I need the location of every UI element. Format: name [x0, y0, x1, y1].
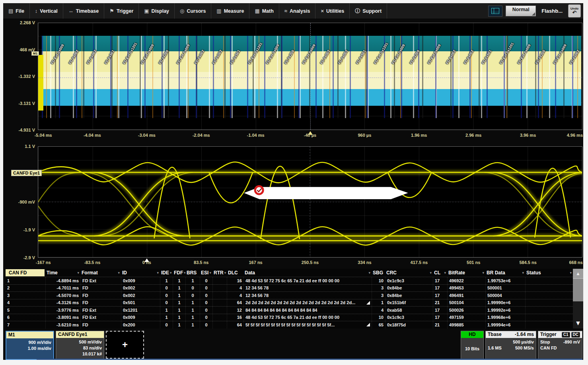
menu-item[interactable]: ▥ Measure — [211, 3, 249, 19]
menu-item[interactable]: ◎ Cursors — [175, 3, 211, 19]
center-vertical-gridline — [310, 23, 311, 130]
menu-item[interactable]: ▦ Math — [249, 3, 279, 19]
column-header-label: FDF — [174, 270, 183, 276]
column-header[interactable]: RTR ▾ — [212, 270, 227, 276]
column-filter-icon[interactable]: ▾ — [570, 271, 572, 275]
cell-time: -3.9776 ms — [45, 307, 80, 314]
y-axis-label: 1.1 V — [25, 144, 35, 149]
table-row[interactable]: 2 -4.7011 ms FD 0x002 0 1 0 0 4 12 34 56… — [6, 284, 573, 292]
column-header[interactable]: CRC ▾ — [385, 270, 433, 276]
menu-item[interactable]: ⚑ Trigger — [104, 3, 139, 19]
column-header[interactable]: Data ▾ — [243, 270, 372, 276]
column-filter-icon[interactable]: ▾ — [430, 271, 432, 275]
x-axis-label: -3.04 ms — [138, 133, 156, 138]
cell-index: 7 — [6, 321, 45, 328]
canfd-eye1-trace-tag[interactable]: CANFD Eye1 — [11, 170, 42, 176]
column-header-label: BRS — [187, 270, 197, 276]
table-row[interactable]: 6 -3.8091 ms FD Ext 0x009 1 1 1 0 16 48 … — [6, 314, 573, 321]
m1-trace-tag[interactable]: M1 — [31, 51, 39, 56]
column-header[interactable]: CL ▾ — [433, 270, 447, 276]
column-header[interactable]: SBG — [372, 270, 385, 276]
cell-fdf: 1 — [173, 285, 185, 292]
waveform-grid[interactable]: FD Ext 0x009FD 0x002FD 0x002FD 0x501FD E… — [38, 23, 582, 130]
table-row[interactable]: 7 -3.6210 ms FD 0x200 0 1 1 0 64 5f 5f 5… — [6, 321, 573, 328]
column-header[interactable]: ESI ▾ — [200, 270, 212, 276]
menu-item[interactable]: ▤ File — [3, 3, 30, 19]
cell-brdata: 500001 — [485, 285, 525, 292]
scroll-up-button[interactable]: ▲ — [573, 269, 583, 278]
column-header[interactable]: ID ▾ — [121, 270, 160, 276]
cell-id: 0x1201 — [121, 307, 160, 314]
grid-mode-button[interactable] — [488, 6, 502, 17]
cell-crc: 0xab58 — [385, 307, 433, 314]
column-header-label: Data — [245, 270, 255, 276]
column-header-label: ID — [122, 270, 127, 276]
flashback-button[interactable]: Flashb... — [539, 8, 565, 14]
m1-descriptor-title: M1 — [6, 332, 53, 338]
menu-right-cluster: Normal Flashb... Undo ↶ — [488, 3, 583, 19]
trigger-box[interactable]: Trigger C1 DC Stop -890 mV CAN FD — [538, 331, 582, 360]
cell-status — [525, 292, 573, 299]
column-filter-icon[interactable]: ▾ — [224, 271, 226, 275]
column-filter-icon[interactable]: ▾ — [209, 271, 211, 275]
m1-descriptor-box[interactable]: M1 900 mV/div 1.00 ms/div — [6, 331, 54, 360]
grid-style-dropdown[interactable]: Normal — [506, 6, 536, 16]
cell-esi: 0 — [200, 292, 212, 299]
hd-mode-box[interactable]: HD 10 Bits — [461, 331, 484, 360]
column-header[interactable]: DLC — [227, 270, 243, 276]
menu-item[interactable]: ≈ Analysis — [279, 3, 316, 19]
cell-brs: 1 — [185, 314, 200, 321]
menu-item[interactable]: ⓘ Support — [350, 3, 387, 19]
eye1-descriptor-box[interactable]: CANFD Eye1 500 mV/div 83 ns/div 10.017 k… — [56, 331, 104, 360]
scrollbar-thumb[interactable] — [573, 278, 583, 301]
column-filter-icon[interactable]: ▾ — [482, 271, 484, 275]
column-header[interactable]: Status ▾ — [525, 270, 573, 276]
column-header[interactable]: FDF ▾ — [173, 270, 185, 276]
menu-item[interactable]: × Utilities — [315, 3, 350, 19]
column-filter-icon[interactable]: ▾ — [118, 271, 120, 275]
column-filter-icon[interactable]: ▾ — [77, 271, 79, 275]
menu-item[interactable]: ↕ Vertical — [30, 3, 63, 19]
cell-ide: 1 — [160, 307, 173, 314]
cell-index: 2 — [6, 285, 45, 292]
column-header[interactable]: IDE ▾ — [160, 270, 173, 276]
column-filter-icon[interactable]: ▾ — [522, 271, 524, 275]
cell-format: FD — [80, 285, 121, 292]
scroll-down-button[interactable]: ▼ — [573, 318, 583, 328]
table-row[interactable]: 3 -4.5070 ms FD 0x002 0 1 0 0 4 12 34 56… — [6, 291, 573, 299]
column-filter-icon[interactable]: ▾ — [170, 271, 172, 275]
table-scrollbar[interactable]: ▲ ▼ — [573, 269, 583, 328]
eye-mask — [244, 187, 408, 199]
add-trace-button[interactable]: + — [106, 331, 144, 359]
scrollbar-track[interactable] — [573, 301, 583, 318]
eye-diagram-grid[interactable] — [38, 146, 582, 258]
table-row[interactable]: 1 -4.8894 ms FD Ext 0x009 1 1 1 0 16 48 … — [6, 277, 573, 284]
menu-item[interactable]: ↔ Timebase — [63, 3, 104, 19]
undo-button[interactable]: Undo ↶ — [568, 4, 581, 17]
cell-id: 0x501 — [121, 299, 160, 307]
cell-data: 5f 5f 5f 5f 5f 5f 5f 5f 5f 5f 5f 5f 5f 5… — [243, 321, 372, 328]
x-axis-label: -40 µs — [304, 133, 316, 138]
cell-bitrate: 499885 — [447, 321, 485, 328]
menu-item-icon: ↔ — [68, 8, 74, 14]
column-filter-icon[interactable]: ▾ — [368, 271, 370, 275]
expand-frame-icon[interactable] — [366, 301, 370, 305]
timebase-delay: -1.64 ms — [515, 331, 534, 338]
timebase-box[interactable]: Tbase -1.64 ms 500 µs/div 1.6 MS 500 MS/… — [485, 331, 536, 360]
cell-ide: 1 — [160, 314, 173, 321]
table-row[interactable]: 5 -3.9776 ms FD Ext 0x1201 1 1 1 0 12 84… — [6, 306, 573, 314]
can-fd-tab[interactable]: CAN FD — [6, 269, 45, 276]
column-header[interactable]: BitRate ▾ — [447, 270, 485, 276]
column-header[interactable]: BR Data ▾ — [485, 270, 525, 276]
column-header[interactable]: Time ▾ — [45, 270, 80, 276]
menu-item-label: Support — [362, 8, 382, 14]
column-header[interactable]: BRS — [185, 270, 200, 276]
cell-index: 1 — [6, 277, 45, 284]
column-header[interactable]: Format ▾ — [80, 270, 121, 276]
eye1-sweep-count: 10.017 k# — [58, 351, 102, 357]
column-filter-icon[interactable]: ▾ — [157, 271, 159, 275]
column-filter-icon[interactable]: ▾ — [444, 271, 446, 275]
table-row[interactable]: 4 -4.3126 ms FD 0x501 0 1 1 0 64 2d 2d 2… — [6, 299, 573, 307]
menu-item[interactable]: ▣ Display — [139, 3, 175, 19]
expand-frame-icon[interactable] — [366, 323, 370, 326]
